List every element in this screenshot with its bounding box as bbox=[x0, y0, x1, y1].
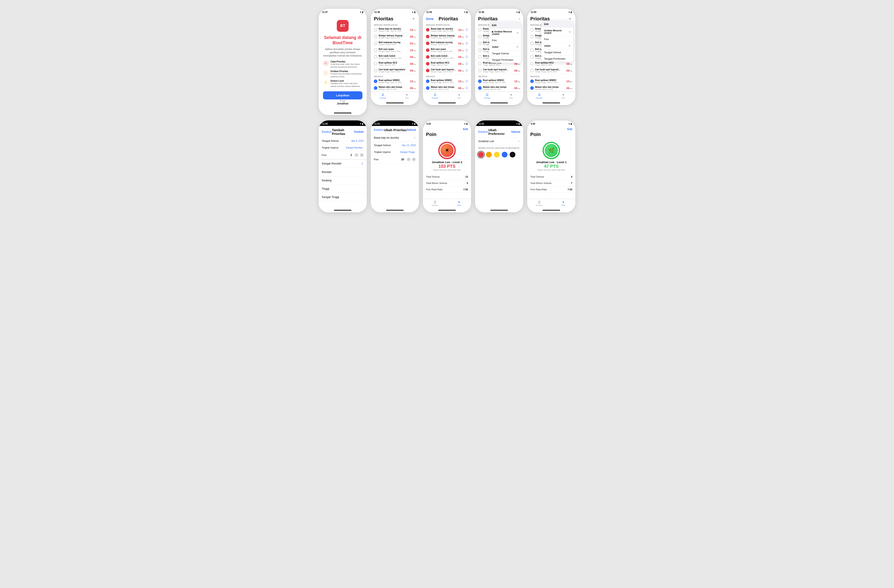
stats-row-2: Poin Rata-Rata 7.92 bbox=[423, 186, 471, 193]
tab-poin-s1[interactable]: ✦ Poin bbox=[499, 93, 523, 99]
battery-icon-add: ▮ bbox=[362, 123, 363, 125]
edit-stepper-plus[interactable]: + bbox=[412, 157, 416, 161]
status-icons-edit: ▾ ▮ bbox=[412, 123, 415, 125]
sort-option-poin[interactable]: Poin bbox=[489, 37, 521, 44]
home-indicator-pts2 bbox=[542, 210, 560, 211]
prio-dot-r3 bbox=[426, 48, 429, 52]
tab-priorities-p1[interactable]: ☰ Prioritas bbox=[371, 93, 395, 99]
tab-priorities-p2[interactable]: ☰ Prioritas bbox=[423, 93, 447, 99]
sort-arrows-icon-2: ⇅ bbox=[569, 31, 571, 33]
avatar-ring-1: ☀ bbox=[438, 142, 456, 159]
tab-priorities-pts2[interactable]: ☰ Prioritas bbox=[527, 201, 551, 206]
sort-option-tanggal-buat-2[interactable]: Tanggal Pembuatan bbox=[541, 56, 573, 62]
prefs-title: Ubah Preferensi bbox=[488, 128, 511, 136]
tab-priorities-s1[interactable]: ☰ Prioritas bbox=[475, 93, 499, 99]
info-btn-4[interactable]: ⓘ bbox=[465, 55, 468, 59]
info-btn-1[interactable]: ⓘ bbox=[465, 35, 468, 39]
edit-date-label: Tanggal Selesai bbox=[374, 144, 391, 146]
clear-edit-icon[interactable]: ✕ bbox=[413, 136, 416, 140]
edit-stepper-minus[interactable]: − bbox=[407, 157, 411, 161]
prio-dot-r2 bbox=[426, 42, 429, 45]
edit-btn-pts1[interactable]: Edit bbox=[463, 128, 468, 131]
done-label[interactable]: Done bbox=[426, 17, 433, 21]
wifi-icon-s2: ▾ bbox=[569, 11, 570, 14]
sort-option-judul[interactable]: Judul ✓ bbox=[489, 44, 521, 50]
sort2-content: Prioritas + Edit Urutkan Menurut(Judul) … bbox=[527, 14, 575, 102]
sort-edit-btn[interactable]: Edit bbox=[489, 22, 521, 29]
tab-bar-s2: ☰ Prioritas ✦ Poin bbox=[527, 92, 575, 102]
tab-poin-s2[interactable]: ✦ Poin bbox=[551, 93, 575, 99]
prefs-content: Batalkan Ubah Preferensi Selesai Jonatha… bbox=[475, 126, 523, 209]
dropdown-sangat-tinggi[interactable]: Sangat Tinggi bbox=[319, 193, 367, 201]
color-yellow[interactable] bbox=[494, 152, 500, 157]
list-item-done-1: ✓ Makan tahu dan tempe Sedang · April 21… bbox=[371, 85, 419, 92]
tab-poin-pts2[interactable]: ✦ Poin bbox=[551, 201, 575, 206]
edit-urgency-value[interactable]: Sangat Tinggi › bbox=[400, 151, 416, 153]
info-btn-6[interactable]: ⓘ bbox=[465, 69, 468, 72]
info-btn-3[interactable]: ⓘ bbox=[465, 48, 468, 52]
sort-option-tanggal-buat[interactable]: Tanggal Pembuatan bbox=[489, 57, 521, 63]
list-item: Buat aplikasi NC2 Tinggi · April 12, 202… bbox=[371, 60, 419, 67]
avatar-container-2: 🌿 bbox=[527, 142, 575, 159]
save-btn-add[interactable]: Tambah bbox=[354, 130, 364, 133]
info-btn-2[interactable]: ⓘ bbox=[465, 42, 468, 45]
stepper-plus[interactable]: + bbox=[360, 153, 364, 157]
color-blue[interactable] bbox=[502, 152, 507, 157]
tab-priorities-pts1[interactable]: ☰ Prioritas bbox=[423, 201, 447, 206]
list-icon-pts1: ☰ bbox=[433, 201, 436, 204]
sort-option-poin-2[interactable]: Poin bbox=[541, 36, 573, 42]
save-btn-prefs[interactable]: Selesai bbox=[511, 130, 520, 133]
tab-poin-p2[interactable]: ✦ Poin bbox=[447, 93, 471, 99]
edit-points-stepper: 10 − + bbox=[401, 157, 416, 161]
pref-clear-btn[interactable]: ✕ bbox=[518, 140, 520, 143]
save-btn-edit[interactable]: Selesai bbox=[407, 128, 416, 131]
priorities2-title: Prioritas bbox=[439, 16, 458, 22]
dropdown-tinggi[interactable]: Tinggi bbox=[319, 185, 367, 193]
urgency-label: Tingkat Urgensi bbox=[322, 146, 338, 149]
add-btn-s2[interactable]: + bbox=[568, 17, 572, 21]
done-check-0: ✓ bbox=[374, 80, 378, 83]
add-btn-s1[interactable]: + bbox=[519, 18, 520, 20]
date-value[interactable]: Apr 8, 2022 bbox=[351, 140, 364, 142]
lanjutkan-button[interactable]: Lanjutkan bbox=[323, 91, 362, 100]
sort-option-judul-2[interactable]: Judul ✓ bbox=[541, 42, 573, 49]
wifi-icon-prefs: ▾ bbox=[516, 123, 518, 125]
color-row bbox=[475, 150, 523, 159]
tab-priorities-s2[interactable]: ☰ Prioritas bbox=[527, 93, 551, 99]
dropdown-sedang[interactable]: Sedang bbox=[319, 176, 367, 185]
cancel-btn-add[interactable]: Batalkan bbox=[322, 130, 332, 133]
color-black[interactable] bbox=[510, 152, 515, 157]
tab-poin-pts1[interactable]: ✦ Poin bbox=[447, 201, 471, 206]
info-btn-5[interactable]: ⓘ bbox=[465, 62, 468, 66]
phone-points1: 4:26 ▾ ▮ Edit Poin ☀ Jonathan Lee - Leve… bbox=[423, 121, 471, 213]
phone-add-sheet: 11:50 ▾ ▮ Batalkan Tambah Prioritas Tamb… bbox=[319, 121, 367, 213]
dropdown-sangat-rendah[interactable]: Sangat Rendah ✓ bbox=[319, 160, 367, 168]
section-done-s1: SELESAI bbox=[475, 74, 523, 78]
section-wip-p1: SEDANG DIKERJAKAN bbox=[371, 23, 419, 27]
status-time-p2: 11:50 bbox=[426, 11, 432, 14]
info-btn-d1[interactable]: ⓘ bbox=[465, 86, 468, 90]
cancel-btn-edit[interactable]: Batalkan bbox=[374, 128, 384, 131]
color-red[interactable] bbox=[478, 152, 484, 157]
sort-option-tanggal-selesai[interactable]: Tanggal Selesai bbox=[489, 50, 521, 57]
sort-option-tanggal-selesai-2[interactable]: Tanggal Selesai bbox=[541, 49, 573, 56]
edit-btn-pts2[interactable]: Edit bbox=[567, 128, 572, 131]
tab-bar-p2: ☰ Prioritas ✦ Poin bbox=[423, 92, 471, 102]
stepper-minus[interactable]: − bbox=[355, 153, 358, 157]
home-indicator-pts1 bbox=[438, 210, 456, 211]
sort-edit-btn-2[interactable]: Edit bbox=[541, 21, 573, 27]
info-btn-0[interactable]: ⓘ bbox=[465, 28, 468, 32]
info-btn-d0[interactable]: ⓘ bbox=[465, 80, 468, 83]
cancel-btn-prefs[interactable]: Batalkan bbox=[478, 130, 488, 133]
add-priority-btn[interactable]: + bbox=[411, 17, 416, 21]
list-item: Cari buah apel legendi... Sangat Tinggi … bbox=[527, 67, 575, 74]
tab-poin-p1[interactable]: ✦ Poin bbox=[395, 93, 419, 99]
status-time: 11:47 bbox=[322, 11, 328, 14]
dropdown-rendah[interactable]: Rendah bbox=[319, 168, 367, 176]
color-orange[interactable] bbox=[486, 152, 492, 157]
status-bar-edit: 11:51 ▾ ▮ bbox=[371, 121, 419, 126]
list-item: Beli makanan kucing Rendah · April 9, 20… bbox=[371, 40, 419, 47]
urgency-value[interactable]: Sangat Rendah › bbox=[346, 146, 364, 149]
edit-date-value[interactable]: Apr 13, 2022 bbox=[402, 144, 416, 146]
feature-item-1: ↕ Urutkan Prioritas Prioritas bisa diuru… bbox=[323, 70, 362, 78]
